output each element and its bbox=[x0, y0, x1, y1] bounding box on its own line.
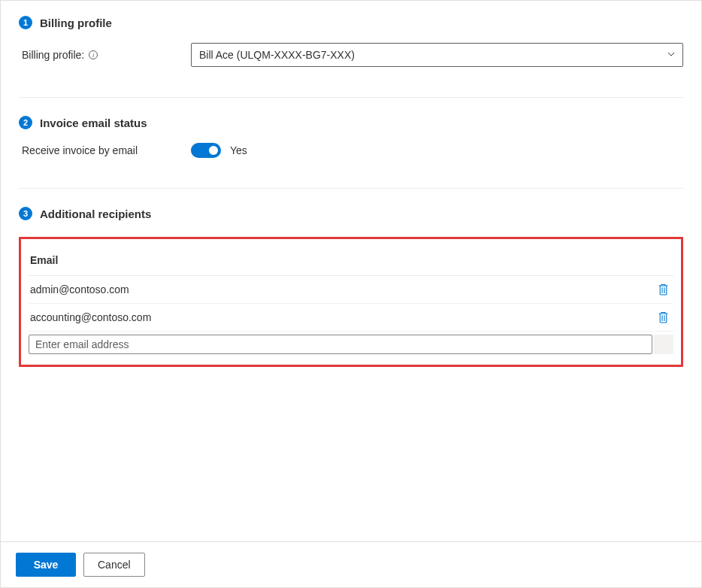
section2-header: 2 Invoice email status bbox=[19, 116, 683, 129]
footer: Save Cancel bbox=[1, 541, 701, 587]
billing-profile-label-text: Billing profile: bbox=[22, 49, 84, 61]
step2-badge: 2 bbox=[19, 116, 32, 129]
step3-badge: 3 bbox=[19, 207, 32, 220]
section3-header: 3 Additional recipients bbox=[19, 207, 683, 220]
page-container: 1 Billing profile Billing profile: i Bil… bbox=[0, 0, 702, 588]
billing-profile-selected-value: Bill Ace (ULQM-XXXX-BG7-XXX) bbox=[199, 49, 355, 61]
trash-icon bbox=[658, 283, 669, 296]
recipient-email: admin@contoso.com bbox=[30, 283, 129, 296]
billing-profile-select-wrap: Bill Ace (ULQM-XXXX-BG7-XXX) bbox=[191, 43, 683, 67]
section2-title: Invoice email status bbox=[40, 117, 147, 129]
delete-recipient-button[interactable] bbox=[656, 282, 670, 297]
billing-profile-row: Billing profile: i Bill Ace (ULQM-XXXX-B… bbox=[22, 43, 683, 67]
billing-profile-select[interactable]: Bill Ace (ULQM-XXXX-BG7-XXX) bbox=[191, 43, 683, 67]
email-input-row bbox=[29, 332, 673, 354]
billing-profile-label: Billing profile: i bbox=[22, 49, 191, 61]
toggle-value-label: Yes bbox=[230, 144, 247, 156]
email-input[interactable] bbox=[29, 335, 652, 354]
recipients-highlight-box: Email admin@contoso.com accounting@conto… bbox=[19, 237, 683, 367]
save-button[interactable]: Save bbox=[16, 553, 76, 577]
receive-invoice-toggle[interactable] bbox=[191, 143, 221, 158]
recipient-email: accounting@contoso.com bbox=[30, 311, 151, 323]
section1-header: 1 Billing profile bbox=[19, 16, 683, 29]
divider-2 bbox=[19, 188, 683, 189]
input-spacer bbox=[654, 335, 673, 354]
trash-icon bbox=[658, 311, 669, 323]
recipient-row: admin@contoso.com bbox=[29, 276, 673, 304]
receive-invoice-label-text: Receive invoice by email bbox=[22, 144, 138, 156]
receive-invoice-row: Receive invoice by email Yes bbox=[22, 143, 683, 158]
content-area: 1 Billing profile Billing profile: i Bil… bbox=[1, 1, 701, 541]
divider-1 bbox=[19, 97, 683, 98]
receive-invoice-label: Receive invoice by email bbox=[22, 144, 191, 156]
section1-title: Billing profile bbox=[40, 17, 112, 29]
delete-recipient-button[interactable] bbox=[656, 310, 670, 325]
toggle-wrap: Yes bbox=[191, 143, 247, 158]
toggle-thumb bbox=[209, 146, 218, 155]
cancel-button[interactable]: Cancel bbox=[83, 553, 145, 577]
recipient-row: accounting@contoso.com bbox=[29, 304, 673, 332]
step1-badge: 1 bbox=[19, 16, 32, 29]
section3-title: Additional recipients bbox=[40, 208, 151, 220]
info-icon[interactable]: i bbox=[89, 50, 98, 59]
recipients-column-header: Email bbox=[29, 250, 673, 276]
